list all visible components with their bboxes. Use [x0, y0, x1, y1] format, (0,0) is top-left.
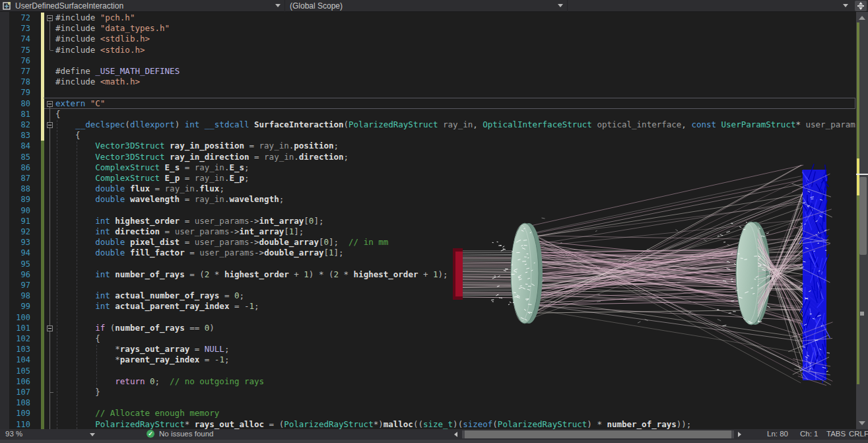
- code-line[interactable]: 89 double wavelength = ray_in.wavelength…: [0, 194, 856, 205]
- change-tracking-bar: [41, 237, 44, 248]
- code-line[interactable]: 86 ComplexStruct E_s = ray_in.E_s;: [0, 162, 856, 174]
- scroll-up-arrow-icon[interactable]: [859, 16, 865, 20]
- line-number: 75: [7, 45, 30, 55]
- code-text: {: [55, 109, 61, 119]
- fold-collapse-icon[interactable]: [47, 122, 53, 128]
- code-line[interactable]: 82 __declspec(dllexport) int __stdcall S…: [0, 119, 856, 131]
- code-line[interactable]: 84 Vector3DStruct ray_in_position = ray_…: [0, 141, 856, 152]
- code-text: *parent_ray_index = -1;: [55, 355, 229, 365]
- line-number: 101: [7, 323, 30, 333]
- scroll-right-arrow-icon[interactable]: [738, 432, 741, 437]
- code-line[interactable]: 92 int direction = user_params->int_arra…: [0, 226, 856, 238]
- code-line[interactable]: 80extern "C": [0, 98, 856, 110]
- code-line[interactable]: 93 double pixel_dist = user_params->doub…: [0, 237, 856, 248]
- check-circle-icon: ✓: [147, 430, 154, 438]
- scroll-down-arrow-icon[interactable]: [859, 421, 865, 425]
- change-tracking-bar: [41, 408, 44, 419]
- zoom-level-select[interactable]: 93 %: [5, 430, 22, 438]
- line-ending-indicator: CRLF: [849, 430, 868, 438]
- code-text: #include "pch.h": [55, 13, 135, 23]
- code-line[interactable]: 74#include <stdlib.h>: [0, 34, 856, 45]
- line-number: 76: [7, 55, 30, 66]
- document-dropdown-label: UserDefinedSurfaceInteraction: [11, 1, 123, 11]
- line-number: 108: [7, 397, 30, 408]
- code-editor[interactable]: 72#include "pch.h"73#include "data_types…: [0, 12, 856, 429]
- line-number: 84: [7, 141, 30, 151]
- code-line[interactable]: 107 }: [0, 387, 856, 398]
- navigation-bar: UserDefinedSurfaceInteraction (Global Sc…: [0, 0, 868, 12]
- code-line[interactable]: 94 double fill_factor = user_params->dou…: [0, 248, 856, 259]
- code-line[interactable]: 83 {: [0, 130, 856, 141]
- change-tracking-bar: [41, 419, 44, 429]
- code-line[interactable]: 85 Vector3DStruct ray_in_direction = ray…: [0, 152, 856, 163]
- change-tracking-bar: [41, 312, 44, 324]
- code-line[interactable]: 106 return 0; // no outgoing rays: [0, 376, 856, 388]
- code-line[interactable]: 96 int number_of_rays = (2 * highest_ord…: [0, 269, 856, 281]
- code-line[interactable]: 101 if (number_of_rays == 0): [0, 323, 856, 334]
- code-line[interactable]: 87 ComplexStruct E_p = ray_in.E_p;: [0, 173, 856, 184]
- fold-collapse-icon[interactable]: [47, 15, 53, 21]
- code-line[interactable]: 102 {: [0, 333, 856, 345]
- line-number: 77: [7, 66, 30, 77]
- split-editor-handle[interactable]: [855, 1, 867, 11]
- change-tracking-bar: [41, 13, 44, 24]
- member-dropdown[interactable]: [568, 0, 852, 12]
- code-text: #include <stdlib.h>: [55, 34, 150, 44]
- code-line[interactable]: 72#include "pch.h": [0, 13, 856, 24]
- code-line[interactable]: 73#include "data_types.h": [0, 23, 856, 34]
- document-dropdown[interactable]: UserDefinedSurfaceInteraction: [0, 0, 285, 12]
- document-health-indicator[interactable]: ✓ No issues found: [147, 430, 213, 438]
- code-line[interactable]: 99 int actual_parent_ray_index = -1;: [0, 301, 856, 312]
- line-number: 87: [7, 173, 30, 184]
- code-line[interactable]: 78#include <math.h>: [0, 77, 856, 88]
- code-text: #include <stdio.h>: [55, 45, 145, 55]
- code-text: ComplexStruct E_p = ray_in.E_p;: [55, 173, 250, 184]
- code-line[interactable]: 91 int highest_order = user_params->int_…: [0, 216, 856, 227]
- code-text: {: [55, 130, 81, 141]
- code-line[interactable]: 104 *parent_ray_index = -1;: [0, 355, 856, 366]
- indent-mode-indicator: TABS: [826, 430, 846, 438]
- code-line[interactable]: 108: [0, 397, 856, 409]
- code-line[interactable]: 75#include <stdio.h>: [0, 45, 856, 56]
- window-bottom-edge: [0, 440, 868, 443]
- line-number: 105: [7, 366, 30, 376]
- fold-collapse-icon[interactable]: [47, 101, 53, 107]
- code-line[interactable]: 105: [0, 366, 856, 377]
- cpp-file-icon: [3, 2, 11, 11]
- column-indicator: Ch: 1: [800, 430, 818, 438]
- code-line[interactable]: 109 // Allocate enough memory: [0, 408, 856, 419]
- chevron-down-icon: [558, 4, 563, 7]
- vertical-scrollbar[interactable]: [856, 12, 868, 429]
- code-line[interactable]: 90: [0, 205, 856, 217]
- code-line[interactable]: 95: [0, 259, 856, 270]
- code-line[interactable]: 97: [0, 280, 856, 291]
- change-tracking-bar: [41, 130, 44, 141]
- line-number: 100: [7, 312, 30, 323]
- line-number: 90: [7, 205, 30, 216]
- line-number: 95: [7, 259, 30, 269]
- scroll-left-arrow-icon[interactable]: [454, 432, 457, 437]
- code-text: // Allocate enough memory: [55, 408, 219, 419]
- fold-collapse-icon[interactable]: [47, 325, 53, 331]
- change-tracking-bar: [41, 162, 44, 174]
- code-line[interactable]: 81{: [0, 109, 856, 120]
- code-line[interactable]: 88 double flux = ray_in.flux;: [0, 184, 856, 195]
- code-line[interactable]: 77#define _USE_MATH_DEFINES: [0, 66, 856, 77]
- change-tracking-bar: [41, 259, 44, 270]
- line-number: 74: [7, 34, 30, 44]
- vertical-scrollbar-thumb[interactable]: [859, 177, 867, 255]
- code-line[interactable]: 103 *rays_out_array = NULL;: [0, 344, 856, 355]
- horizontal-scrollbar-thumb[interactable]: [465, 430, 731, 438]
- code-line[interactable]: 76: [0, 55, 856, 67]
- horizontal-scrollbar[interactable]: [462, 430, 734, 438]
- code-line[interactable]: 98 int actual_number_of_rays = 0;: [0, 290, 856, 302]
- code-text: #define _USE_MATH_DEFINES: [55, 66, 180, 77]
- scope-dropdown[interactable]: (Global Scope): [286, 0, 568, 12]
- code-line[interactable]: 110 PolarizedRayStruct* rays_out_alloc =…: [0, 419, 856, 429]
- code-line[interactable]: 100: [0, 312, 856, 324]
- line-number: 98: [7, 290, 30, 301]
- line-number: 102: [7, 333, 30, 344]
- line-number: 83: [7, 130, 30, 141]
- line-number: 109: [7, 408, 30, 419]
- line-number: 107: [7, 387, 30, 397]
